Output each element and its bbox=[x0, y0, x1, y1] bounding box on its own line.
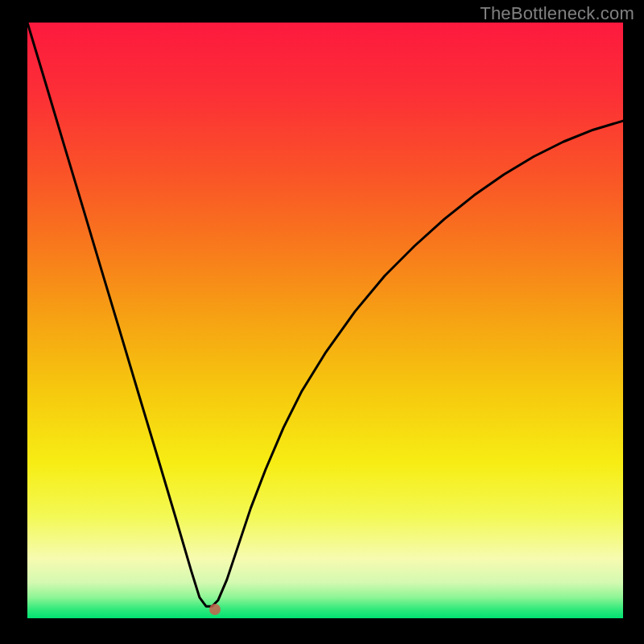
svg-rect-0 bbox=[27, 23, 623, 618]
marker-dot bbox=[209, 604, 221, 615]
background-gradient bbox=[27, 23, 623, 618]
chart-frame: TheBottleneck.com bbox=[0, 0, 644, 644]
watermark-label: TheBottleneck.com bbox=[480, 3, 634, 24]
plot-area bbox=[27, 23, 623, 618]
